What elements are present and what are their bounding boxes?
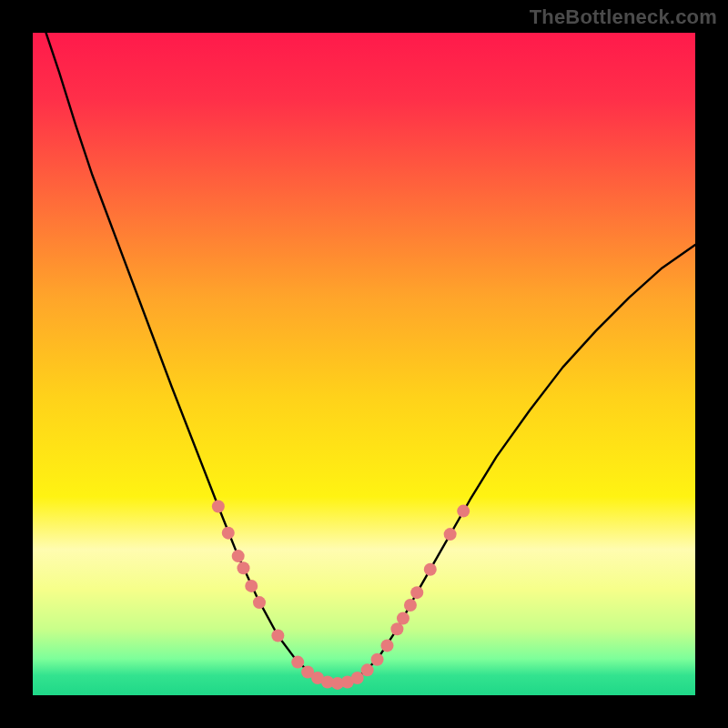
data-marker xyxy=(457,505,470,518)
data-marker xyxy=(404,599,417,612)
chart-frame: TheBottleneck.com xyxy=(0,0,728,728)
data-marker xyxy=(371,653,384,666)
data-marker xyxy=(232,550,245,562)
data-marker xyxy=(222,527,235,540)
data-marker xyxy=(380,639,393,652)
chart-canvas xyxy=(33,33,695,695)
gradient-background xyxy=(33,33,695,695)
watermark: TheBottleneck.com xyxy=(530,5,717,29)
data-marker xyxy=(444,528,457,541)
data-marker xyxy=(238,561,250,574)
data-marker xyxy=(271,629,284,642)
data-marker xyxy=(291,656,304,669)
data-marker xyxy=(397,612,410,625)
data-marker xyxy=(245,580,258,592)
plot-area xyxy=(33,33,695,695)
data-marker xyxy=(424,563,437,576)
data-marker xyxy=(212,500,225,513)
data-marker xyxy=(361,663,374,676)
data-marker xyxy=(410,586,423,599)
data-marker xyxy=(253,596,266,609)
data-marker xyxy=(351,672,364,684)
